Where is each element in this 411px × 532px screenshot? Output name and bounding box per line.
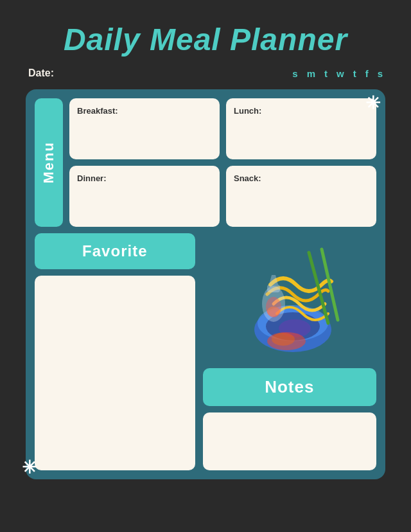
breakfast-label: Breakfast: (77, 106, 118, 116)
favorite-label-box: Favorite (35, 233, 195, 269)
menu-label-box: Menu (35, 98, 63, 227)
bottom-section: Favorite ✳ (35, 233, 376, 470)
snowflake-top-icon: ✳ (365, 94, 380, 112)
day-t1: t (324, 68, 328, 79)
day-w: w (337, 68, 344, 79)
day-s1: s (292, 68, 297, 79)
snack-label: Snack: (234, 173, 261, 183)
snack-box[interactable]: Snack: (226, 166, 376, 227)
favorite-content[interactable] (35, 276, 195, 470)
day-f: f (365, 68, 369, 79)
food-illustration (203, 233, 376, 362)
day-m: m (307, 68, 315, 79)
favorite-label: Favorite (82, 242, 147, 260)
lunch-box[interactable]: Lunch: (226, 98, 376, 159)
snowflake-bottom-icon: ✳ (22, 459, 37, 477)
lunch-label: Lunch: (234, 106, 261, 116)
dinner-box[interactable]: Dinner: (69, 166, 220, 227)
notes-label-box: Notes (203, 368, 376, 406)
planner: Daily Meal Planner Date: s m t w t f s ✳… (26, 22, 385, 510)
svg-rect-9 (267, 285, 280, 292)
notes-content[interactable] (203, 412, 376, 470)
menu-grid: Breakfast: Lunch: Dinner: Snack: (69, 98, 376, 227)
date-label: Date: (28, 67, 54, 79)
menu-label: Menu (40, 141, 57, 183)
right-column: Notes (203, 233, 376, 470)
date-row: Date: s m t w t f s (26, 67, 385, 79)
day-t2: t (353, 68, 356, 79)
breakfast-box[interactable]: Breakfast: (69, 98, 220, 159)
food-svg (225, 233, 354, 362)
days-row: s m t w t f s (292, 68, 383, 79)
main-card: ✳ Menu Breakfast: Lunch: Dinner: Snack: (26, 89, 385, 479)
page-title: Daily Meal Planner (26, 22, 385, 57)
left-column: Favorite ✳ (35, 233, 195, 470)
dinner-label: Dinner: (77, 173, 107, 183)
menu-section: Menu Breakfast: Lunch: Dinner: Snack: (35, 98, 376, 227)
day-s2: s (378, 68, 383, 79)
svg-point-11 (267, 306, 280, 317)
svg-point-5 (272, 333, 295, 346)
notes-label: Notes (265, 377, 314, 396)
